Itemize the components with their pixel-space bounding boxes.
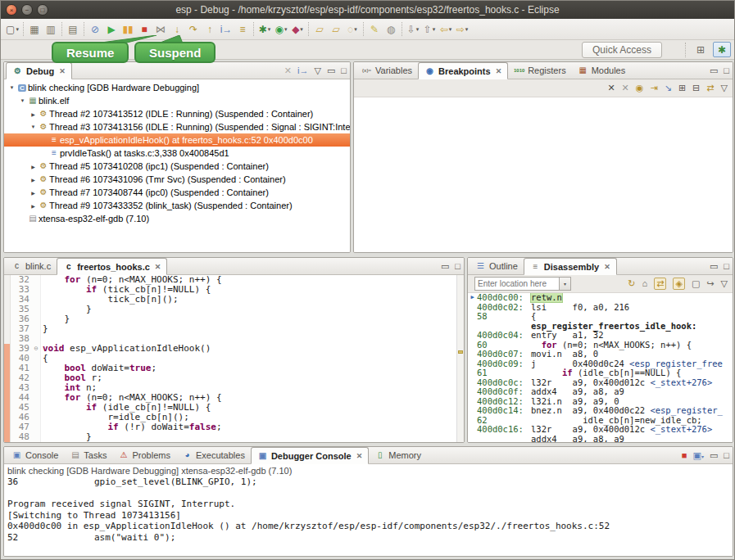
location-input[interactable] xyxy=(474,277,560,291)
skip-all-breakpoints-icon[interactable]: ↘ xyxy=(665,84,672,93)
close-button[interactable]: × xyxy=(6,4,17,16)
link-with-debug-view-icon[interactable]: ⇄ xyxy=(706,84,714,93)
minimize-icon[interactable]: ▭ xyxy=(710,451,718,460)
view-menu-icon[interactable]: ▽ xyxy=(721,84,728,93)
debug-tree-item-xtensa-esp32-elf-gdb-7[interactable]: ▤xtensa-esp32-elf-gdb (7.10) xyxy=(4,212,350,225)
location-dropdown-icon[interactable]: ▾ xyxy=(560,277,571,291)
back-button[interactable]: ⇦▾ xyxy=(438,20,454,38)
debug-tree-item-thread-6-1073431096-tm[interactable]: ▶⚙Thread #6 1073431096 (Tmr Svc) (Suspen… xyxy=(4,173,350,186)
dropdown-arrow-icon[interactable]: ▾ xyxy=(284,26,288,33)
debug-tree-item-thread-3-1073413156-id[interactable]: ▼⚙Thread #3 1073413156 (IDLE : Running) … xyxy=(4,120,350,133)
tab-memory[interactable]: ▯Memory xyxy=(369,447,427,463)
tab-executables[interactable]: ◕Executables xyxy=(176,447,251,463)
expander-icon[interactable]: ▶ xyxy=(29,111,38,117)
show-source-icon[interactable]: ◈ xyxy=(673,278,684,290)
expander-icon[interactable]: ▶ xyxy=(29,164,38,169)
maximize-button[interactable]: □ xyxy=(37,4,48,16)
search-button[interactable]: ◌▾ xyxy=(344,20,361,38)
dropdown-arrow-icon[interactable]: ▾ xyxy=(449,26,452,33)
expander-icon[interactable]: ▼ xyxy=(7,85,16,90)
new-folder-button[interactable]: ▱ xyxy=(311,20,328,38)
show-breakpoints-for-selection-icon[interactable]: ◉ xyxy=(636,84,644,93)
previous-annotation-button[interactable]: ⇧▾ xyxy=(421,20,438,38)
quick-access-button[interactable]: Quick Access xyxy=(582,42,662,58)
code-line[interactable]: 48 } xyxy=(4,432,464,442)
dropdown-arrow-icon[interactable]: ▾ xyxy=(354,26,357,33)
debug-tree-item-thread-2-1073413512-id[interactable]: ▶⚙Thread #2 1073413512 (IDLE : Running) … xyxy=(4,107,350,120)
dropdown-arrow-icon[interactable]: ▾ xyxy=(16,26,19,33)
external-tools-button[interactable]: ◆▾ xyxy=(289,20,306,38)
minimize-icon[interactable]: ▭ xyxy=(327,66,335,75)
run-button[interactable]: ◉▾ xyxy=(273,20,289,38)
tab-problems[interactable]: ⚠Problems xyxy=(112,447,175,463)
mark-occurrences-button[interactable]: ✎ xyxy=(366,20,383,38)
maximize-icon[interactable]: □ xyxy=(724,262,729,271)
remove-selected-breakpoints-icon[interactable]: ✕ xyxy=(607,84,615,93)
dropdown-arrow-icon[interactable]: ▾ xyxy=(300,26,303,33)
expander-icon[interactable]: ▼ xyxy=(29,124,38,129)
debug-tree-item-blink-checking-gdb-hard[interactable]: ▼Cblink checking [GDB Hardware Debugging… xyxy=(4,81,350,94)
export-icon[interactable]: ↪ xyxy=(706,279,714,288)
maximize-icon[interactable]: □ xyxy=(455,262,461,271)
tab-debug[interactable]: ⚙Debug✕ xyxy=(6,62,72,79)
disassembly-listing[interactable]: ▶400d0c00:retw.n400d0c02:lsi f0, a0, 216… xyxy=(468,293,733,442)
expander-icon[interactable]: ▶ xyxy=(29,190,38,196)
open-resource-button[interactable]: ▱ xyxy=(328,20,344,38)
expander-icon[interactable]: ▶ xyxy=(29,203,38,209)
dropdown-arrow-icon[interactable]: ▾ xyxy=(701,454,704,459)
fold-collapse-icon[interactable]: ⊖ xyxy=(32,344,41,354)
minimize-icon[interactable]: ▭ xyxy=(710,66,718,75)
debug-tree-item-thread-5-1073410208-ip[interactable]: ▶⚙Thread #5 1073410208 (ipc1) (Suspended… xyxy=(4,160,350,173)
expander-icon[interactable]: ▼ xyxy=(18,98,27,103)
close-icon[interactable]: ✕ xyxy=(356,452,363,460)
close-icon[interactable]: ✕ xyxy=(155,263,161,271)
expand-all-icon[interactable]: ⊞ xyxy=(678,84,686,93)
debug-tree-item-blink-elf[interactable]: ▼▦blink.elf xyxy=(4,94,350,107)
remove-all-terminated-icon[interactable]: ✕ xyxy=(284,66,292,75)
display-selected-console-icon[interactable]: ▣▾ xyxy=(693,451,704,460)
copy-icon[interactable]: ▢ xyxy=(692,279,700,288)
minimize-icon[interactable]: ▭ xyxy=(710,262,718,271)
open-perspective-button[interactable]: ⊞ xyxy=(692,42,710,57)
maximize-icon[interactable]: □ xyxy=(341,66,347,75)
close-icon[interactable]: ✕ xyxy=(59,67,66,75)
tab-blink-c[interactable]: cblink.c xyxy=(6,258,57,274)
next-annotation-button[interactable]: ⇩▾ xyxy=(405,20,421,38)
tab-debugger-console[interactable]: ▣Debugger Console✕ xyxy=(251,447,369,464)
dropdown-arrow-icon[interactable]: ▾ xyxy=(433,26,436,33)
tab-tasks[interactable]: ▤Tasks xyxy=(64,447,112,463)
code-editor[interactable]: 32 for (n=0; n<MAX_HOOKS; n++) {33 if (t… xyxy=(4,275,464,442)
go-to-file-for-breakpoint-icon[interactable]: ⇥ xyxy=(650,84,657,93)
tab-console[interactable]: ▣Console xyxy=(6,447,64,463)
code-line[interactable]: 37} xyxy=(4,324,464,334)
instruction-stepping-mode-icon[interactable]: i→ xyxy=(297,66,308,75)
collapse-all-icon[interactable]: ⊟ xyxy=(692,84,700,93)
close-icon[interactable]: ✕ xyxy=(604,263,610,271)
refresh-view-icon[interactable]: ↻ xyxy=(628,279,635,288)
dropdown-arrow-icon[interactable]: ▾ xyxy=(465,26,469,33)
maximize-icon[interactable]: □ xyxy=(724,66,729,75)
minimize-button[interactable]: − xyxy=(21,4,33,16)
home-icon[interactable]: ⌂ xyxy=(642,279,648,288)
tab-modules[interactable]: ▦Modules xyxy=(572,62,632,79)
debug-tree-item-esp-vapplicationidlehook[interactable]: ≡esp_vApplicationIdleHook() at freertos_… xyxy=(4,133,350,147)
console-output[interactable]: blink checking [GDB Hardware Debugging] … xyxy=(4,464,733,556)
overview-ruler[interactable] xyxy=(456,275,464,442)
tab-freertos-hooks-c[interactable]: cfreertos_hooks.c✕ xyxy=(57,258,167,275)
forward-button[interactable]: ⇨▾ xyxy=(454,20,470,38)
dropdown-arrow-icon[interactable]: ▾ xyxy=(416,26,420,33)
sync-with-stack-frame-icon[interactable]: ⇄ xyxy=(654,278,666,290)
tab-disassembly[interactable]: ≡Disassembly✕ xyxy=(524,258,617,275)
view-menu-icon[interactable]: ▽ xyxy=(721,279,728,288)
debug-tree-item-thread-9-1073433352-bl[interactable]: ▶⚙Thread #9 1073433352 (blink_task) (Sus… xyxy=(4,199,350,212)
debug-button[interactable]: ✱▾ xyxy=(256,20,273,38)
debug-perspective-button[interactable]: ✱ xyxy=(713,42,731,57)
tab-outline[interactable]: ☰Outline xyxy=(470,258,524,274)
code-line[interactable]: 39⊖void esp_vApplicationIdleHook() xyxy=(4,344,464,354)
view-menu-icon[interactable]: ▽ xyxy=(314,66,320,75)
debug-tree-item-prvidletask-at-tasks-c[interactable]: ≡prvIdleTask() at tasks.c:3,338 0x400845… xyxy=(4,147,350,160)
dropdown-arrow-icon[interactable]: ▾ xyxy=(268,26,271,33)
tab-variables[interactable]: (x)=Variables xyxy=(356,62,418,79)
debug-tree-item-thread-7-1073408744-ip[interactable]: ▶⚙Thread #7 1073408744 (ipc0) (Suspended… xyxy=(4,186,350,199)
remove-all-breakpoints-icon[interactable]: ✕ xyxy=(622,84,629,93)
